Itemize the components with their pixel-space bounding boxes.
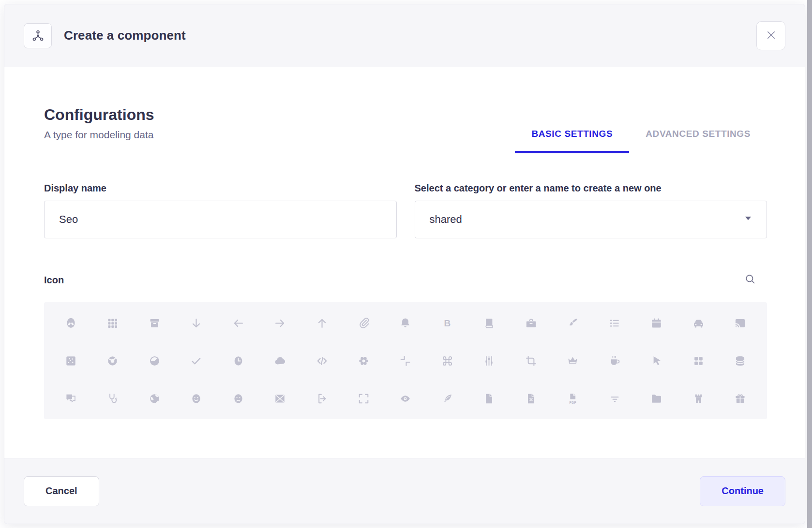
alien-icon[interactable] [64,317,77,330]
chart-bubble-icon[interactable] [64,354,77,367]
exit-icon[interactable] [316,392,329,405]
check-icon[interactable] [190,354,203,367]
cog-icon[interactable] [357,354,370,367]
bold-icon[interactable]: B [441,317,454,330]
page-subtitle: A type for modeling data [44,129,154,141]
tab-advanced-settings[interactable]: ADVANCED SETTINGS [629,129,767,153]
icon-grid: BPDF [44,302,767,419]
emotion-happy-icon[interactable] [190,392,203,405]
settings-tabs: BASIC SETTINGS ADVANCED SETTINGS [515,129,767,153]
cursor-icon[interactable] [650,354,663,367]
expand-icon[interactable] [357,392,370,405]
gate-icon[interactable] [692,392,705,405]
feather-icon[interactable] [441,392,454,405]
form-row: Display name Select a category or enter … [44,182,767,238]
filter-icon[interactable] [608,392,621,405]
cancel-button[interactable]: Cancel [24,476,99,506]
display-name-field: Display name [44,182,397,238]
arrow-right-icon[interactable] [273,317,286,330]
envelop-icon[interactable] [273,392,286,405]
modal-footer: Cancel Continue [4,458,805,524]
attachment-icon[interactable] [357,317,370,330]
folder-icon[interactable] [650,392,663,405]
chart-circle-icon[interactable] [106,354,119,367]
arrow-left-icon[interactable] [232,317,245,330]
page: Create a component Configurations A type… [0,0,812,528]
file-pdf-icon[interactable]: PDF [566,392,579,405]
bell-icon[interactable] [399,317,412,330]
chevron-down-icon [742,212,754,227]
earth-icon[interactable] [148,392,161,405]
gift-icon[interactable] [734,392,747,405]
eye-icon[interactable] [399,392,412,405]
category-select[interactable]: shared [415,201,767,238]
display-name-input[interactable] [44,201,397,238]
discuss-icon[interactable] [64,392,77,405]
component-icon [24,23,52,48]
create-component-modal: Create a component Configurations A type… [4,4,805,524]
apps-icon[interactable] [106,317,119,330]
crown-icon[interactable] [566,354,579,367]
icon-label: Icon [44,274,64,286]
svg-text:PDF: PDF [570,401,577,405]
dashboard-icon[interactable] [692,354,705,367]
modal-title: Create a component [64,28,186,43]
arrow-down-icon[interactable] [190,317,203,330]
command-icon[interactable] [441,354,454,367]
search-icon [744,273,756,287]
brush-icon[interactable] [566,317,579,330]
database-icon[interactable] [734,354,747,367]
collapse-icon[interactable] [399,354,412,367]
page-title: Configurations [44,105,154,124]
cloud-icon[interactable] [273,354,286,367]
car-icon[interactable] [692,317,705,330]
modal-body: Configurations A type for modeling data … [4,67,805,458]
file-error-icon[interactable] [525,392,538,405]
category-field: Select a category or enter a name to cre… [415,182,767,238]
cast-icon[interactable] [734,317,747,330]
file-icon[interactable] [482,392,496,405]
code-icon[interactable] [316,354,329,367]
cup-icon[interactable] [608,354,621,367]
doctor-icon[interactable] [106,392,119,405]
tab-basic-settings[interactable]: BASIC SETTINGS [515,129,629,153]
arrow-up-icon[interactable] [316,317,329,330]
briefcase-icon[interactable] [525,317,538,330]
display-name-label: Display name [44,182,397,194]
category-selected-value: shared [430,213,462,226]
close-icon [765,29,777,43]
search-icon-button[interactable] [744,273,756,287]
bullet-list-icon[interactable] [608,317,621,330]
scrollbar[interactable] [807,0,812,528]
configurations-header: Configurations A type for modeling data … [44,105,767,153]
modal-header: Create a component [4,4,805,67]
archive-icon[interactable] [148,317,161,330]
emotion-unhappy-icon[interactable] [232,392,245,405]
icon-picker-header: Icon [44,273,767,287]
category-label: Select a category or enter a name to cre… [415,182,767,194]
chart-pie-icon[interactable] [148,354,161,367]
close-button[interactable] [756,21,785,50]
calendar-icon[interactable] [650,317,663,330]
sliders-icon[interactable] [482,354,496,367]
heading-block: Configurations A type for modeling data [44,105,154,153]
continue-button[interactable]: Continue [700,476,785,506]
clock-icon[interactable] [232,354,245,367]
svg-text:B: B [444,318,451,328]
book-icon[interactable] [482,317,496,330]
crop-icon[interactable] [525,354,538,367]
